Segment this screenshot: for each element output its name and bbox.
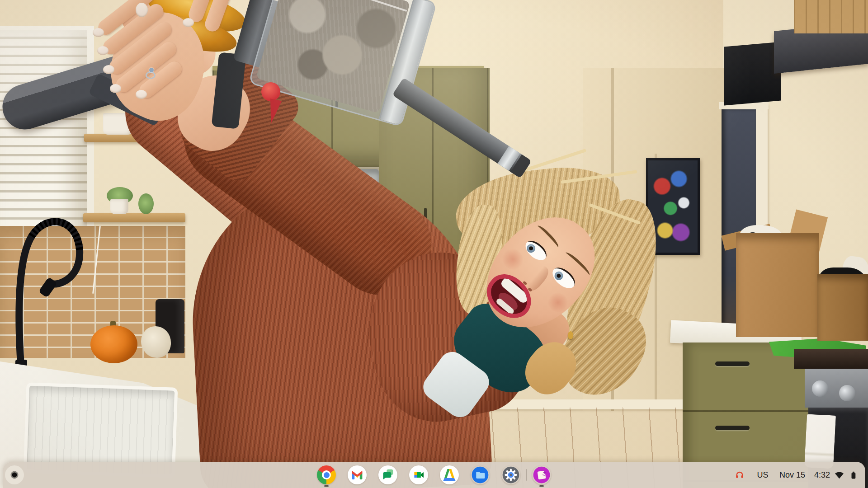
small-plant [138, 193, 154, 214]
app-gallery[interactable] [532, 465, 551, 484]
engagement-ring [146, 71, 156, 79]
settings-icon [501, 465, 520, 484]
fingernail [110, 84, 121, 93]
chrome-icon [317, 465, 336, 484]
ring-gem [149, 68, 154, 72]
range-knob [812, 380, 828, 397]
app-meet[interactable] [409, 465, 428, 484]
range-knob [839, 385, 855, 401]
chromeos-desktop: US Nov 15 4:32 [0, 0, 868, 488]
cheek [497, 244, 528, 274]
fingernail [136, 3, 148, 17]
app-chat[interactable] [378, 465, 397, 484]
running-indicator [324, 485, 329, 487]
shelf-app-row [311, 462, 557, 488]
running-indicator [539, 485, 544, 487]
white-gourd [141, 326, 171, 358]
shelf: US Nov 15 4:32 [3, 462, 865, 488]
shelf-separator [526, 469, 527, 481]
fingernail [183, 18, 194, 27]
fingernail [103, 65, 114, 74]
gallery-icon [532, 465, 551, 484]
app-gmail[interactable] [348, 465, 367, 484]
gmail-icon [348, 465, 367, 484]
ime-label: US [757, 470, 768, 480]
floating-shelf [83, 213, 185, 222]
eye [549, 263, 579, 292]
red-latch [261, 82, 280, 101]
wifi-icon [835, 470, 844, 480]
cardboard-box [736, 233, 819, 337]
app-files[interactable] [471, 465, 490, 484]
plant-pot [110, 199, 128, 214]
launcher-icon [11, 471, 19, 479]
headphones-notification-button[interactable] [731, 467, 748, 483]
gold-earring [568, 331, 573, 339]
fingernail [136, 90, 147, 99]
date-label: Nov 15 [779, 470, 805, 480]
app-settings[interactable] [501, 465, 520, 484]
app-chrome[interactable] [317, 465, 336, 484]
fingernail [93, 28, 104, 37]
fingernail [97, 46, 108, 55]
kitchen-towel [804, 414, 836, 469]
range-back [794, 349, 868, 369]
wallpaper-photo [0, 0, 868, 488]
cardboard-box [817, 274, 868, 341]
files-icon [471, 465, 490, 484]
drawer-handle [715, 426, 750, 430]
headphones-icon [735, 470, 745, 480]
pumpkin [90, 325, 137, 363]
quick-settings-button[interactable]: 4:32 [814, 470, 858, 480]
drawer-handle [715, 361, 750, 366]
battery-icon [848, 470, 858, 480]
google-drive-icon [440, 465, 459, 484]
eye [522, 237, 550, 264]
app-drive[interactable] [440, 465, 459, 484]
google-meet-icon [409, 465, 428, 484]
calendar-date-button[interactable]: Nov 15 [779, 465, 805, 484]
wood-panel [794, 0, 868, 33]
ime-keyboard-indicator[interactable]: US [753, 465, 772, 484]
status-tray: US Nov 15 4:32 [731, 465, 858, 484]
launcher-button[interactable] [5, 465, 24, 484]
kitchen-faucet [4, 202, 85, 371]
clock: 4:32 [814, 470, 830, 480]
dark-board [724, 42, 781, 105]
google-chat-icon [378, 465, 397, 484]
